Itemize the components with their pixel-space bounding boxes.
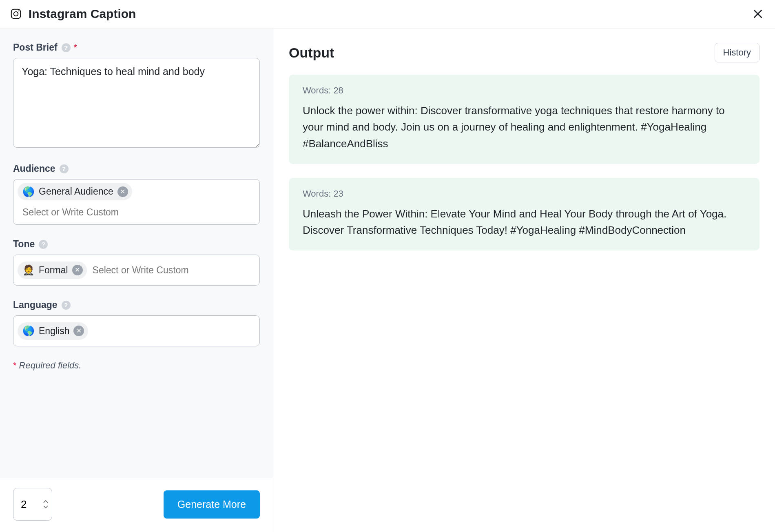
stepper-arrows	[42, 500, 49, 509]
required-star: *	[13, 360, 17, 370]
audience-chip[interactable]: 🌎 General Audience ✕	[18, 183, 132, 200]
field-language: Language ? 🌎 English ✕	[13, 299, 260, 346]
header-left: Instagram Caption	[9, 7, 136, 21]
audience-chip-label: General Audience	[39, 186, 113, 197]
modal-root: Instagram Caption Post Brief ? *	[0, 0, 775, 532]
result-card[interactable]: Words: 23 Unleash the Power Within: Elev…	[289, 178, 760, 251]
stepper-down[interactable]	[42, 505, 49, 509]
result-card[interactable]: Words: 28 Unlock the power within: Disco…	[289, 75, 760, 164]
post-brief-label: Post Brief	[13, 42, 58, 53]
person-tuxedo-icon: 🤵	[22, 265, 35, 275]
page-title: Instagram Caption	[29, 7, 136, 21]
field-label-row: Tone ?	[13, 239, 260, 250]
stepper-up[interactable]	[42, 500, 49, 504]
help-icon[interactable]: ?	[62, 43, 71, 52]
required-fields-note: *Required fields.	[13, 360, 260, 371]
generate-more-button[interactable]: Generate More	[164, 490, 260, 519]
form-sidebar: Post Brief ? * Audience ? 🌎	[0, 29, 273, 532]
close-button[interactable]	[751, 7, 765, 21]
tone-chip-label: Formal	[39, 265, 68, 276]
language-label: Language	[13, 299, 58, 310]
field-post-brief: Post Brief ? *	[13, 42, 260, 149]
audience-custom-input[interactable]	[18, 204, 255, 221]
form-area: Post Brief ? * Audience ? 🌎	[0, 29, 273, 478]
history-button[interactable]: History	[715, 43, 760, 62]
result-text: Unleash the Power Within: Elevate Your M…	[303, 206, 746, 239]
field-label-row: Post Brief ? *	[13, 42, 260, 53]
field-label-row: Language ?	[13, 299, 260, 310]
output-title: Output	[289, 45, 334, 61]
chip-remove-button[interactable]: ✕	[72, 265, 83, 275]
quantity-stepper[interactable]	[13, 488, 52, 521]
modal-body: Post Brief ? * Audience ? 🌎	[0, 29, 775, 532]
result-word-count: Words: 28	[303, 85, 746, 96]
help-icon[interactable]: ?	[60, 164, 69, 173]
field-tone: Tone ? 🤵 Formal ✕	[13, 239, 260, 286]
language-chip-label: English	[39, 326, 69, 337]
language-input[interactable]: 🌎 English ✕	[13, 315, 260, 346]
field-label-row: Audience ?	[13, 163, 260, 174]
globe-icon: 🌎	[22, 326, 35, 336]
help-icon[interactable]: ?	[39, 240, 48, 249]
chip-remove-button[interactable]: ✕	[117, 186, 128, 197]
instagram-icon	[9, 7, 23, 21]
output-header: Output History	[289, 43, 760, 62]
tone-label: Tone	[13, 239, 35, 250]
sidebar-footer: Generate More	[0, 478, 273, 532]
language-chip[interactable]: 🌎 English ✕	[18, 322, 88, 340]
required-note-text: Required fields.	[19, 360, 82, 370]
svg-point-2	[18, 11, 20, 12]
svg-point-1	[14, 12, 18, 16]
output-panel: Output History Words: 28 Unlock the powe…	[273, 29, 775, 532]
required-indicator: *	[74, 43, 77, 52]
chip-remove-button[interactable]: ✕	[73, 326, 84, 336]
result-word-count: Words: 23	[303, 188, 746, 199]
result-text: Unlock the power within: Discover transf…	[303, 102, 746, 152]
post-brief-textarea[interactable]	[13, 58, 260, 148]
field-audience: Audience ? 🌎 General Audience ✕	[13, 163, 260, 225]
help-icon[interactable]: ?	[62, 301, 71, 310]
tone-custom-input[interactable]	[90, 262, 255, 279]
audience-input[interactable]: 🌎 General Audience ✕	[13, 179, 260, 225]
tone-chip[interactable]: 🤵 Formal ✕	[18, 262, 87, 279]
tone-input[interactable]: 🤵 Formal ✕	[13, 255, 260, 286]
globe-icon: 🌎	[22, 187, 35, 197]
modal-header: Instagram Caption	[0, 0, 775, 29]
audience-label: Audience	[13, 163, 55, 174]
